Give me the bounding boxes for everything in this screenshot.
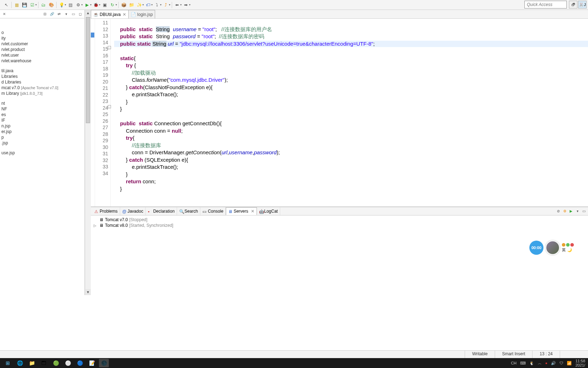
close-view-icon[interactable]: ✕ bbox=[1, 11, 7, 17]
tree-item[interactable]: nt bbox=[0, 100, 84, 106]
tree-item[interactable]: .jsp bbox=[0, 140, 84, 146]
publish-icon[interactable]: ⚙ bbox=[562, 208, 568, 214]
tree-item[interactable]: rvlet.user bbox=[0, 52, 84, 58]
view-menu-icon[interactable]: ▾ bbox=[63, 11, 69, 17]
tree-item[interactable]: NF bbox=[0, 106, 84, 112]
tree-item[interactable]: p bbox=[0, 134, 84, 140]
tray-icon[interactable]: ● bbox=[545, 361, 548, 365]
tab-logcat[interactable]: 🤖LogCat bbox=[257, 207, 281, 215]
scroll-up-icon[interactable]: ▲ bbox=[85, 10, 91, 16]
network-icon[interactable]: 📶 bbox=[567, 361, 572, 366]
tool-folder2-icon[interactable]: 📁 bbox=[128, 1, 135, 8]
close-tab-icon[interactable]: ✕ bbox=[251, 209, 254, 214]
tree-item[interactable]: use.jsp bbox=[0, 150, 84, 156]
start-button[interactable]: ⊞ bbox=[3, 359, 13, 367]
tree-item[interactable]: es bbox=[0, 112, 84, 117]
screen-recorder-widget[interactable]: 00:00 英 🌙 bbox=[529, 241, 574, 255]
tool-gear-icon[interactable]: ⚙ bbox=[75, 1, 82, 8]
tool-debug-icon[interactable]: 🐞 bbox=[92, 1, 99, 8]
tab-servers[interactable]: 🖥Servers✕ bbox=[226, 207, 257, 215]
tool-cursor-icon[interactable]: ↖ bbox=[3, 1, 10, 8]
dropdown-icon[interactable]: ▾ bbox=[180, 3, 182, 6]
code-content[interactable]: public static String username = "root"; … bbox=[111, 19, 588, 207]
tree-item[interactable]: m Library [jdk1.8.0_73] bbox=[0, 91, 84, 96]
tree-item[interactable]: ity bbox=[0, 35, 84, 41]
scroll-thumb[interactable] bbox=[86, 17, 90, 123]
dropdown-icon[interactable]: ▾ bbox=[189, 3, 190, 6]
no-publish-icon[interactable]: ⊘ bbox=[555, 208, 561, 214]
code-editor[interactable]: 1112131415161718192021222324252627282930… bbox=[91, 19, 588, 207]
user-avatar[interactable] bbox=[546, 241, 560, 255]
tab-dbutil[interactable]: ☕ DBUtil.java ✕ bbox=[91, 10, 129, 18]
start-server-icon[interactable]: ▶ bbox=[568, 208, 574, 214]
tool-paint-icon[interactable]: 🎨 bbox=[48, 1, 55, 8]
tool-sync-icon[interactable]: ↻ bbox=[109, 1, 116, 8]
dropdown-icon[interactable]: ▾ bbox=[35, 3, 37, 6]
tab-declaration[interactable]: ▪Declaration bbox=[146, 207, 177, 215]
clock[interactable]: 11:58 2021/ bbox=[575, 359, 585, 367]
tree-item[interactable]: rvlet.customer bbox=[0, 41, 84, 47]
app-icon[interactable]: ⚪ bbox=[63, 359, 73, 367]
expand-icon[interactable]: ▷ bbox=[94, 224, 98, 228]
tool-box-icon[interactable]: ▣ bbox=[101, 1, 108, 8]
shield-icon[interactable]: 🛡 bbox=[559, 361, 563, 365]
close-tab-icon[interactable]: ✕ bbox=[123, 12, 126, 17]
dropdown-icon[interactable]: ▾ bbox=[142, 3, 144, 6]
chrome-app[interactable]: 🌐 bbox=[15, 359, 25, 367]
server-tomcat8[interactable]: ▷ 🖥 Tomcat v8.0 [Started, Synchronized] bbox=[92, 223, 587, 228]
explorer-app[interactable]: 📁 bbox=[27, 359, 37, 367]
ime-language[interactable]: 英 bbox=[562, 247, 566, 253]
fold-marker-icon[interactable]: - bbox=[108, 105, 111, 108]
tree-item[interactable]: IF bbox=[0, 117, 84, 123]
filter-icon[interactable]: ⇄ bbox=[56, 11, 62, 17]
tool-step-icon[interactable]: ⤵ bbox=[153, 1, 160, 8]
tab-login[interactable]: 📄 login.jsp bbox=[128, 10, 155, 18]
dropdown-icon[interactable]: ▾ bbox=[151, 3, 153, 6]
tree-item[interactable]: mcat v7.0 [Apache Tomcat v7.0] bbox=[0, 85, 84, 91]
tree-item[interactable]: o bbox=[0, 30, 84, 35]
app-icon[interactable]: 🗔 bbox=[39, 359, 49, 367]
tree-item[interactable]: Libraries bbox=[0, 74, 84, 79]
tab-console[interactable]: ▭Console bbox=[200, 207, 226, 215]
profile-server-icon[interactable]: ▾ bbox=[575, 208, 580, 214]
tool-new-icon[interactable]: ▦ bbox=[13, 1, 20, 8]
keyboard-icon[interactable]: ⌨ bbox=[520, 361, 526, 366]
tree-item[interactable]: er.jsp bbox=[0, 129, 84, 134]
app-icon[interactable]: 🔵 bbox=[75, 359, 85, 367]
sublime-app[interactable]: 📝 bbox=[87, 359, 97, 367]
tab-search[interactable]: 🔍Search bbox=[177, 207, 200, 215]
link-editor-icon[interactable]: 🔗 bbox=[49, 11, 55, 17]
dropdown-icon[interactable]: ▾ bbox=[65, 3, 66, 6]
tool-wand-icon[interactable]: ✨ bbox=[136, 1, 143, 8]
server-tomcat7[interactable]: 🖥 Tomcat v7.0 [Stopped] bbox=[92, 217, 587, 223]
volume-icon[interactable]: 🔊 bbox=[551, 361, 556, 366]
tool-check-icon[interactable]: ☑ bbox=[29, 1, 36, 8]
tool-lightbulb-icon[interactable]: 💡 bbox=[58, 1, 65, 8]
sidebar-scrollbar[interactable]: ▲ ▼ bbox=[85, 10, 91, 295]
tree-item[interactable]: rvlet.warehouse bbox=[0, 58, 84, 64]
tool-grid-icon[interactable]: ▤ bbox=[67, 1, 74, 8]
minimize-view-icon[interactable]: ▭ bbox=[70, 11, 76, 17]
tool-folder-icon[interactable]: 🗂 bbox=[40, 1, 47, 8]
maximize-view-icon[interactable]: ◻ bbox=[77, 11, 83, 17]
dropdown-icon[interactable]: ▾ bbox=[116, 3, 117, 6]
chevron-up-icon[interactable]: ︿ bbox=[538, 361, 542, 366]
tab-problems[interactable]: ⚠Problems bbox=[92, 207, 120, 215]
dropdown-icon[interactable]: ▾ bbox=[99, 3, 100, 6]
dropdown-icon[interactable]: ▾ bbox=[169, 3, 170, 6]
collapse-all-icon[interactable]: ⊟ bbox=[42, 11, 48, 17]
qq-tray-icon[interactable]: 🐧 bbox=[529, 361, 534, 366]
tree-item[interactable]: d Libraries bbox=[0, 79, 84, 85]
tool-save-icon[interactable]: 💾 bbox=[21, 1, 28, 8]
tree-item[interactable]: n.jsp bbox=[0, 123, 84, 129]
tool-package-icon[interactable]: 📦 bbox=[120, 1, 127, 8]
ime-indicator[interactable]: CH bbox=[511, 361, 517, 365]
dropdown-icon[interactable]: ▾ bbox=[90, 3, 92, 6]
tool-stepover-icon[interactable]: ⤴ bbox=[162, 1, 169, 8]
recorder-timer[interactable]: 00:00 bbox=[529, 241, 543, 255]
tree-item[interactable]: til.java bbox=[0, 68, 84, 74]
eclipse-app[interactable]: 🌑 bbox=[99, 359, 109, 367]
tab-javadoc[interactable]: @Javadoc bbox=[120, 207, 146, 215]
tool-run-icon[interactable]: ▶ bbox=[83, 1, 90, 8]
dropdown-icon[interactable]: ▾ bbox=[160, 3, 161, 6]
